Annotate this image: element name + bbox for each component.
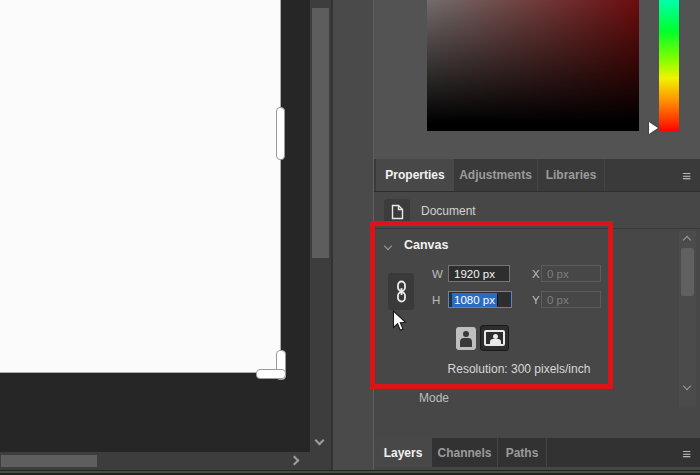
color-picker-panel <box>374 0 700 159</box>
vertical-scrollbar-thumb[interactable] <box>312 8 329 258</box>
saturation-brightness-field[interactable] <box>427 0 639 131</box>
tab-libraries[interactable]: Libraries <box>538 159 605 191</box>
bottom-green-line <box>0 471 700 473</box>
tab-adjustments[interactable]: Adjustments <box>454 159 538 191</box>
panel-dock-strip <box>331 0 373 470</box>
canvas-corner-handle[interactable] <box>256 369 286 379</box>
panel-menu-icon[interactable]: ≡ <box>682 168 691 183</box>
mouse-cursor <box>392 310 408 332</box>
mode-section-label: Mode <box>419 391 449 405</box>
scroll-down-icon[interactable] <box>315 436 325 446</box>
tab-paths[interactable]: Paths <box>498 438 547 467</box>
document-section-label: Document <box>421 204 476 218</box>
bottom-edge-bar <box>0 470 700 475</box>
panel-menu-icon[interactable]: ≡ <box>682 445 691 460</box>
vertical-scrollbar[interactable] <box>310 0 331 452</box>
photoshop-workspace: Properties Adjustments Libraries ≡ Docum… <box>0 0 700 475</box>
layers-tabbar: Layers Channels Paths ≡ <box>374 438 700 467</box>
canvas-side-handle[interactable] <box>276 107 285 160</box>
tab-channels[interactable]: Channels <box>432 438 498 467</box>
tab-label: Paths <box>506 446 539 460</box>
annotation-highlight-rectangle <box>370 221 613 389</box>
tab-layers[interactable]: Layers <box>374 438 432 467</box>
document-canvas[interactable] <box>0 0 281 373</box>
tab-label: Adjustments <box>459 168 532 182</box>
horizontal-scrollbar[interactable] <box>0 452 331 470</box>
hue-slider[interactable] <box>659 0 679 131</box>
scroll-right-icon[interactable] <box>290 456 300 466</box>
canvas-viewport <box>0 0 332 470</box>
properties-tabbar: Properties Adjustments Libraries ≡ <box>374 159 700 192</box>
tab-label: Libraries <box>546 168 597 182</box>
horizontal-scrollbar-thumb[interactable] <box>1 455 97 467</box>
tab-label: Properties <box>385 168 444 182</box>
tab-label: Channels <box>437 446 491 460</box>
scroll-up-icon[interactable] <box>683 236 691 244</box>
panel-scrollbar-thumb[interactable] <box>681 248 694 296</box>
tab-label: Layers <box>384 446 423 460</box>
tab-properties[interactable]: Properties <box>376 159 454 191</box>
scroll-down-icon[interactable] <box>683 382 691 390</box>
hue-slider-handle[interactable] <box>649 122 658 134</box>
panel-scrollbar[interactable] <box>679 231 696 407</box>
